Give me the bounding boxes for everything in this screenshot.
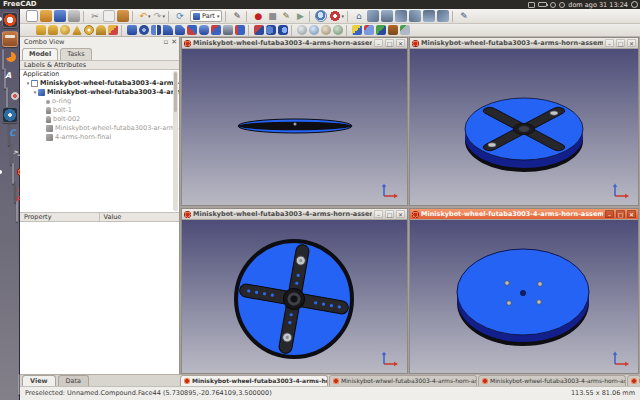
fit-all-icon[interactable] xyxy=(315,10,327,22)
maximize-icon[interactable]: □ xyxy=(616,39,625,47)
macro-record-icon[interactable]: ● xyxy=(252,10,264,22)
boolean-cut-icon[interactable] xyxy=(254,25,264,35)
workbench-selector[interactable]: Part ▾ xyxy=(190,10,222,22)
launcher-item-c-application[interactable] xyxy=(8,125,10,146)
dock-close-icon[interactable]: ✕ xyxy=(171,38,177,46)
undo-icon[interactable]: ↶ xyxy=(138,10,148,22)
tree-item-bolt-1[interactable]: bolt-1 xyxy=(20,106,179,115)
redo-icon[interactable]: ↷ xyxy=(153,10,163,22)
macro-edit-icon[interactable]: ✎ xyxy=(280,10,292,22)
view-front-icon[interactable] xyxy=(367,10,379,22)
measure-icon[interactable]: ✎ xyxy=(458,10,470,22)
draw-style-dropdown-icon[interactable]: ▾ xyxy=(341,14,344,19)
window-titlebar[interactable]: Miniskybot-wheel-futaba3003-4-arms-horn-… xyxy=(410,38,638,49)
view-left-icon[interactable] xyxy=(437,10,449,22)
appearance-sphere2-icon[interactable] xyxy=(309,25,319,35)
tree-item-document[interactable]: ▾ Miniskybot-wheel-futaba3003-4-arms-hor… xyxy=(20,79,179,88)
appearance-sphere4-icon[interactable] xyxy=(333,25,343,35)
launcher-item-ubuntu-one[interactable] xyxy=(2,107,18,123)
tree-item-part[interactable]: ▾ Miniskybot-wheel-futaba3003-4-arms-hor… xyxy=(20,88,179,97)
close-icon[interactable]: ✕ xyxy=(396,39,405,47)
maximize-icon[interactable]: □ xyxy=(385,210,394,218)
tree-scrollbar[interactable] xyxy=(173,71,178,211)
window-tab-2[interactable]: Miniskybot-wheel-futaba3003-4-arms-horn-… xyxy=(329,375,477,386)
launcher-item-app-window[interactable] xyxy=(16,201,18,222)
clock[interactable]: dom ago 31 13:24 xyxy=(568,1,628,9)
part-loft-icon[interactable] xyxy=(199,25,209,35)
minimize-icon[interactable]: – xyxy=(605,39,614,47)
part-chamfer-icon[interactable] xyxy=(175,25,185,35)
minimize-icon[interactable]: – xyxy=(374,210,383,218)
print-icon[interactable] xyxy=(68,10,80,22)
launcher-item-firefox[interactable] xyxy=(2,49,4,70)
launcher-item-software-center[interactable] xyxy=(4,68,6,89)
window-tab-4[interactable]: Miniskybot-wheel-futaba3003-4-arms-horn-… xyxy=(627,375,640,386)
launcher-item-system-settings[interactable] xyxy=(6,87,8,108)
tree-item-wheel-final[interactable]: Miniskybot-wheel-futaba3003-ar-arms-horn… xyxy=(20,124,179,133)
part-box-icon[interactable] xyxy=(36,25,46,35)
window-tab-3[interactable]: Miniskybot-wheel-futaba3003-4-arms-horn-… xyxy=(478,375,626,386)
window-titlebar[interactable]: Miniskybot-wheel-futaba3003-4-arms-horn-… xyxy=(182,38,407,49)
export-step-icon[interactable] xyxy=(376,25,386,35)
export-mesh-icon[interactable] xyxy=(400,25,410,35)
property-editor[interactable] xyxy=(20,222,179,374)
boolean-union-icon[interactable] xyxy=(266,25,276,35)
cut-icon[interactable]: ✂ xyxy=(89,10,101,22)
minimize-icon[interactable]: – xyxy=(605,210,614,218)
undo-dropdown-icon[interactable]: ▾ xyxy=(148,14,151,19)
tree-item-application[interactable]: Application xyxy=(20,70,179,79)
view-axonometric-icon[interactable]: ⌂ xyxy=(353,10,365,22)
export-iges-icon[interactable] xyxy=(388,25,398,35)
launcher-item-dash-home[interactable] xyxy=(2,12,18,28)
part-cylinder-icon[interactable] xyxy=(48,25,58,35)
window-titlebar[interactable]: Miniskybot-wheel-futaba3003-4-arms-horn-… xyxy=(410,209,638,220)
window-titlebar[interactable]: Miniskybot-wheel-futaba3003-4-arms-horn-… xyxy=(182,209,407,220)
tab-view[interactable]: View xyxy=(22,375,56,386)
tree-item-o-ring[interactable]: o-ring xyxy=(20,97,179,106)
part-mirror-icon[interactable] xyxy=(151,25,161,35)
part-shapebuilder-icon[interactable] xyxy=(108,25,118,35)
boolean-common-icon[interactable] xyxy=(278,25,288,35)
viewport-3d[interactable] xyxy=(410,49,638,205)
part-cone-icon[interactable] xyxy=(72,25,82,35)
dock-float-icon[interactable]: ▫ xyxy=(163,38,168,46)
view-right-icon[interactable] xyxy=(395,10,407,22)
part-extrude-icon[interactable] xyxy=(127,25,137,35)
tab-tasks[interactable]: Tasks xyxy=(60,48,91,60)
minimize-icon[interactable]: – xyxy=(374,39,383,47)
volume-icon[interactable] xyxy=(559,2,565,8)
part-sweep-icon[interactable] xyxy=(211,25,221,35)
close-icon[interactable]: ✕ xyxy=(627,39,636,47)
redo-dropdown-icon[interactable]: ▾ xyxy=(163,14,166,19)
new-file-icon[interactable] xyxy=(26,10,38,22)
tab-data[interactable]: Data xyxy=(58,375,90,386)
maximize-icon[interactable]: □ xyxy=(385,39,394,47)
viewport-3d[interactable] xyxy=(182,49,407,205)
copy-icon[interactable] xyxy=(103,10,115,22)
window-tab-1[interactable]: Miniskybot-wheel-futaba3003-4-arms-horn-… xyxy=(180,375,328,386)
part-revolve-icon[interactable] xyxy=(139,25,149,35)
view-top-icon[interactable] xyxy=(381,10,393,22)
whats-this-icon[interactable]: ✎ xyxy=(231,10,243,22)
network-icon[interactable] xyxy=(550,2,556,8)
tree-item-horn-final[interactable]: 4-arms-horn-final xyxy=(20,133,179,142)
maximize-icon[interactable]: □ xyxy=(616,210,625,218)
close-icon[interactable]: ✕ xyxy=(396,210,405,218)
part-fillet-icon[interactable] xyxy=(163,25,173,35)
appearance-sphere3-icon[interactable] xyxy=(321,25,331,35)
refresh-icon[interactable]: ⟳ xyxy=(174,10,186,22)
part-ruled-surface-icon[interactable] xyxy=(187,25,197,35)
appearance-sphere-icon[interactable] xyxy=(297,25,307,35)
view-bottom-icon[interactable] xyxy=(423,10,435,22)
part-torus-icon[interactable] xyxy=(84,25,94,35)
macro-stop-icon[interactable]: ■ xyxy=(266,10,278,22)
viewport-3d[interactable] xyxy=(410,220,638,373)
paste-icon[interactable] xyxy=(117,10,129,22)
check-geometry-icon[interactable] xyxy=(352,25,362,35)
tree-item-bolt-002[interactable]: bolt-002 xyxy=(20,115,179,124)
launcher-item-freecad[interactable] xyxy=(12,163,14,184)
view-rear-icon[interactable] xyxy=(409,10,421,22)
part-cross-section-icon[interactable] xyxy=(235,25,245,35)
close-icon[interactable]: ✕ xyxy=(627,210,636,218)
defeaturing-icon[interactable] xyxy=(364,25,374,35)
